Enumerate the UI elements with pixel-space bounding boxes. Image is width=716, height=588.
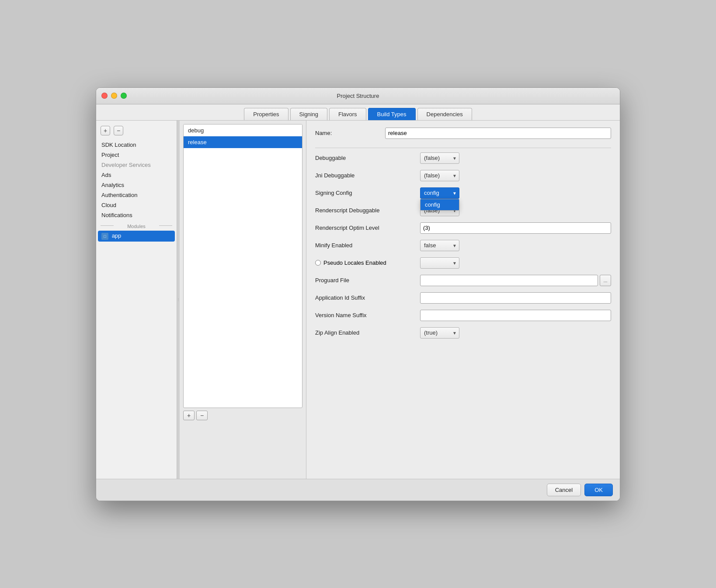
sidebar-item-sdk-location[interactable]: SDK Location <box>96 140 177 150</box>
title-bar: Project Structure <box>96 88 620 104</box>
modules-section-label: Modules <box>96 220 177 231</box>
signing-config-row: Signing Config config ▼ config <box>315 187 611 200</box>
renderscript-optim-input[interactable] <box>420 222 611 234</box>
sidebar-item-project[interactable]: Project <box>96 150 177 160</box>
app-module-icon: □ <box>101 233 108 240</box>
build-list-remove-button[interactable]: − <box>196 411 208 420</box>
build-list-bottom: + − <box>183 411 302 420</box>
tab-dependencies[interactable]: Dependencies <box>417 108 472 120</box>
center-panel: debug release + − <box>180 121 306 479</box>
zip-align-wrapper: (true) (false) ▼ <box>420 327 459 339</box>
build-type-debug[interactable]: debug <box>184 125 302 136</box>
zip-align-select[interactable]: (true) (false) <box>420 327 459 339</box>
debuggable-dropdown-wrapper: (false) (true) false true ▼ <box>420 152 459 164</box>
sidebar-item-developer-services: Developer Services <box>96 160 177 170</box>
ok-button[interactable]: OK <box>584 484 613 496</box>
debuggable-select[interactable]: (false) (true) false true <box>420 152 459 164</box>
version-name-suffix-row: Version Name Suffix <box>315 309 611 322</box>
debuggable-label: Debuggable <box>315 155 420 161</box>
app-label: app <box>112 232 122 239</box>
sidebar-item-ads[interactable]: Ads <box>96 170 177 180</box>
renderscript-debuggable-label: Renderscript Debuggable <box>315 207 420 214</box>
debuggable-row: Debuggable (false) (true) false true ▼ <box>315 152 611 165</box>
project-structure-window: Project Structure Properties Signing Fla… <box>96 87 620 501</box>
sidebar-item-notifications[interactable]: Notifications <box>96 210 177 220</box>
renderscript-optim-row: Renderscript Optim Level <box>315 221 611 235</box>
pseudo-locales-row: Pseudo Locales Enabled (false) (true) ▼ <box>315 256 611 270</box>
app-icon: □ <box>101 233 110 240</box>
signing-config-container: config ▼ config <box>420 187 459 199</box>
signing-config-select[interactable]: config <box>420 187 459 199</box>
pseudo-locales-select[interactable]: (false) (true) <box>420 257 459 269</box>
cancel-button[interactable]: Cancel <box>547 484 581 496</box>
jni-debuggable-label: Jni Debuggable <box>315 172 420 179</box>
minify-enabled-wrapper: false true ▼ <box>420 240 459 251</box>
name-label: Name: <box>315 130 385 136</box>
jni-debuggable-row: Jni Debuggable (false) (true) ▼ <box>315 169 611 182</box>
jni-debuggable-select[interactable]: (false) (true) <box>420 170 459 181</box>
tab-signing[interactable]: Signing <box>290 108 327 120</box>
window-title: Project Structure <box>337 93 379 99</box>
zip-align-label: Zip Align Enabled <box>315 329 420 336</box>
signing-config-label: Signing Config <box>315 190 420 196</box>
renderscript-debuggable-row: Renderscript Debuggable (false) (true) ▼ <box>315 204 611 217</box>
pseudo-locales-wrapper: (false) (true) ▼ <box>420 257 459 269</box>
name-input[interactable] <box>385 128 611 139</box>
version-name-suffix-label: Version Name Suffix <box>315 312 420 318</box>
body-area: + − SDK Location Project Developer Servi… <box>96 121 620 479</box>
sidebar-item-app[interactable]: □ app <box>98 231 175 242</box>
jni-debuggable-dropdown-wrapper: (false) (true) ▼ <box>420 170 459 181</box>
app-id-suffix-row: Application Id Suffix <box>315 291 611 304</box>
zip-align-row: Zip Align Enabled (true) (false) ▼ <box>315 326 611 339</box>
pseudo-locales-label: Pseudo Locales Enabled <box>323 259 386 266</box>
app-id-suffix-label: Application Id Suffix <box>315 294 420 301</box>
build-type-list: debug release <box>183 124 302 408</box>
pseudo-locales-radio[interactable] <box>315 260 321 266</box>
sidebar-item-cloud[interactable]: Cloud <box>96 200 177 210</box>
build-list-add-button[interactable]: + <box>183 411 195 420</box>
sidebar-item-analytics[interactable]: Analytics <box>96 180 177 190</box>
proguard-file-input-area: ... <box>420 275 611 286</box>
tabs-bar: Properties Signing Flavors Build Types D… <box>96 104 620 121</box>
signing-config-dropdown-wrapper: config ▼ <box>420 187 459 199</box>
sidebar-item-authentication[interactable]: Authentication <box>96 190 177 200</box>
proguard-file-input[interactable] <box>420 275 598 286</box>
sidebar-remove-button[interactable]: − <box>114 126 123 135</box>
proguard-browse-button[interactable]: ... <box>600 275 611 286</box>
minify-enabled-row: Minify Enabled false true ▼ <box>315 239 611 252</box>
build-type-release[interactable]: release <box>184 136 302 148</box>
bottom-bar: Cancel OK <box>96 479 620 501</box>
sidebar-add-button[interactable]: + <box>101 126 110 135</box>
proguard-file-row: Proguard File ... <box>315 274 611 287</box>
form-separator <box>315 148 611 148</box>
close-button[interactable] <box>101 93 108 99</box>
minify-enabled-select[interactable]: false true <box>420 240 459 251</box>
proguard-file-label: Proguard File <box>315 277 420 284</box>
tab-properties[interactable]: Properties <box>244 108 288 120</box>
signing-config-popup-item-config[interactable]: config <box>421 199 459 210</box>
sidebar: + − SDK Location Project Developer Servi… <box>96 121 177 479</box>
tab-flavors[interactable]: Flavors <box>329 108 366 120</box>
name-row: Name: <box>315 128 611 139</box>
minify-enabled-label: Minify Enabled <box>315 242 420 249</box>
tab-build-types[interactable]: Build Types <box>368 108 416 120</box>
maximize-button[interactable] <box>121 93 127 99</box>
traffic-lights <box>101 93 127 99</box>
sidebar-top-buttons: + − <box>96 124 177 140</box>
renderscript-optim-label: Renderscript Optim Level <box>315 225 420 231</box>
minimize-button[interactable] <box>111 93 117 99</box>
signing-config-popup: config <box>420 199 459 211</box>
pseudo-locales-label-area: Pseudo Locales Enabled <box>315 259 420 266</box>
app-id-suffix-input[interactable] <box>420 292 611 304</box>
version-name-suffix-input[interactable] <box>420 310 611 321</box>
right-panel: Name: Debuggable (false) (true) false tr… <box>306 121 620 479</box>
